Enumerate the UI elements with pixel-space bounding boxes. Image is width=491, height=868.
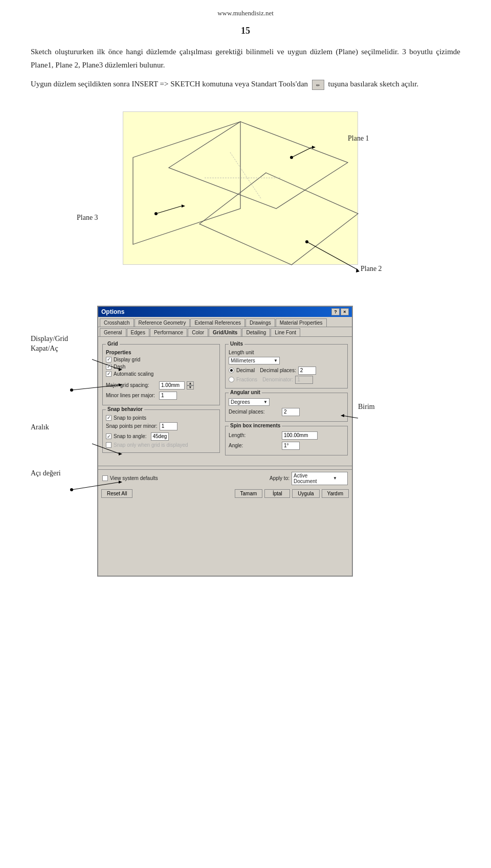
side-labels-area: Display/Grid Kapat/Aç Aralık Açı değeri [31,306,97,352]
length-label: Length: [229,432,280,438]
tab-color[interactable]: Color [188,328,208,336]
tab-ref-geometry[interactable]: Reference Geometry [135,318,190,327]
snap-per-minor-row: Snap points per minor: [106,422,216,430]
apply-to-dropdown[interactable]: Active Document ▼ [292,472,348,485]
birim-label: Birim [358,403,375,411]
tab-general[interactable]: General [100,328,126,336]
cb-dash[interactable] [106,364,111,370]
tab-ext-refs[interactable]: External References [190,318,245,327]
options-dialog: Options ? × Crosshatch Reference Geometr… [97,306,353,577]
reset-btn[interactable]: Reset All [101,489,132,498]
tab-edges[interactable]: Edges [127,328,149,336]
apply-btn[interactable]: Uygula [292,489,319,498]
major-grid-input[interactable] [159,381,185,390]
ok-btn[interactable]: Tamam [235,489,263,498]
dialog-body: Grid Properties Display grid Dash [98,337,352,463]
dropdown-arrow-icon: ▼ [274,358,278,363]
svg-point-13 [305,240,308,243]
tab-crosshatch[interactable]: Crosshatch [100,318,134,327]
svg-marker-2 [133,122,240,244]
cancel-btn[interactable]: İptal [264,489,290,498]
snap-group-title: Snap behavior [106,406,144,412]
cb-snap-points[interactable] [106,415,111,421]
help-btn[interactable]: Yardım [322,489,349,498]
tab-grid-units[interactable]: Grid/Units [209,328,241,336]
tab-drawings[interactable]: Drawings [246,318,275,327]
snap-angle-input[interactable] [151,432,169,441]
snap-per-minor-label: Snap points per minor: [106,423,158,429]
snap-angle-row: Snap to angle: [106,432,216,441]
units-group: Units Length unit Millimeters ▼ [225,344,348,389]
radio-decimal-label: Decimal [236,368,255,373]
major-grid-label: Major grid spacing: [106,382,157,388]
angular-group-title: Angular unit [229,390,262,395]
svg-line-5 [156,206,182,214]
denominator-input[interactable] [295,376,313,384]
snap-per-minor-input[interactable] [160,422,177,430]
svg-marker-12 [356,268,360,272]
site-header: www.muhendisiz.net [0,0,491,20]
apply-dropdown-arrow-icon: ▼ [333,476,337,481]
tab-detailing[interactable]: Detailing [242,328,270,336]
radio-decimal[interactable] [229,368,234,373]
cb-display-grid-label: Display grid [114,357,140,362]
major-grid-spinner[interactable]: ▲ ▼ [187,381,194,390]
angular-unit-value: Degrees [231,399,250,405]
help-button[interactable]: ? [331,308,340,315]
cb-auto-scaling-label: Automatic scaling [114,371,153,377]
svg-marker-1 [199,173,358,265]
length-unit-label: Length unit [229,350,344,355]
planes-svg [72,106,419,290]
svg-line-11 [307,242,358,270]
angular-decimal-input[interactable] [282,408,300,416]
tab-performance[interactable]: Performance [150,328,187,336]
decimal-places-input[interactable] [298,367,316,375]
cb-snap-grid[interactable] [106,442,111,448]
angular-unit-dropdown[interactable]: Degrees ▼ [229,398,270,406]
angle-input[interactable] [282,442,300,450]
dialog-footer: View system defaults Apply to: Active Do… [98,469,352,487]
dash-row: Dash [106,364,216,370]
angle-label: Angle: [229,443,280,448]
cb-view-system-label: View system defaults [110,475,158,481]
title-buttons: ? × [331,308,349,315]
length-unit-value: Millimeters [231,358,255,363]
spinbox-group-title: Spin box increments [229,423,282,428]
angular-group: Angular unit Degrees ▼ Decimal places: [225,393,348,422]
view-system-row: View system defaults [102,475,266,481]
tab-line-font[interactable]: Line Font [271,328,300,336]
apply-to-row: Apply to: Active Document ▼ [270,472,348,485]
svg-marker-6 [182,204,185,208]
cb-display-grid[interactable] [106,357,111,362]
close-button[interactable]: × [341,308,349,315]
cb-snap-angle-label: Snap to angle: [114,433,147,439]
paragraph-1: Sketch oluştururken ilk önce hangi düzle… [31,45,460,72]
tabs-row-1: Crosshatch Reference Geometry External R… [98,317,352,327]
properties-label: Properties [106,350,216,355]
aci-degeri-label: Açı değeri [31,469,61,477]
svg-point-10 [290,156,293,159]
radio-fractions[interactable] [229,377,234,382]
cb-snap-angle[interactable] [106,433,111,439]
length-input[interactable] [282,431,318,440]
birim-area: Birim [353,306,404,408]
cb-snap-points-label: Snap to points [114,415,146,421]
fractions-radio-row: Fractions Denominator: [229,376,344,384]
cb-snap-grid-label: Snap only when grid is displayed [114,442,188,448]
site-url: www.muhendisiz.net [217,9,274,17]
minor-lines-label: Minor lines per major: [106,393,157,398]
aralik-label: Aralık [31,423,49,431]
cb-view-system[interactable] [102,475,108,481]
cb-auto-scaling[interactable] [106,371,111,377]
minor-lines-input[interactable] [159,392,177,400]
snap-group: Snap behavior Snap to points Snap points… [102,409,220,453]
svg-line-8 [292,147,312,157]
snap-points-row: Snap to points [106,415,216,421]
tab-material[interactable]: Material Properties [276,318,327,327]
length-unit-dropdown[interactable]: Millimeters ▼ [229,357,280,364]
tabs-row-2: General Edges Performance Color Grid/Uni… [98,327,352,337]
decimal-places-label: Decimal places: [260,368,296,373]
options-section: Display/Grid Kapat/Aç Aralık Açı değeri … [31,306,460,577]
right-panel: Units Length unit Millimeters ▼ [225,340,348,460]
apply-to-label: Apply to: [270,475,289,481]
